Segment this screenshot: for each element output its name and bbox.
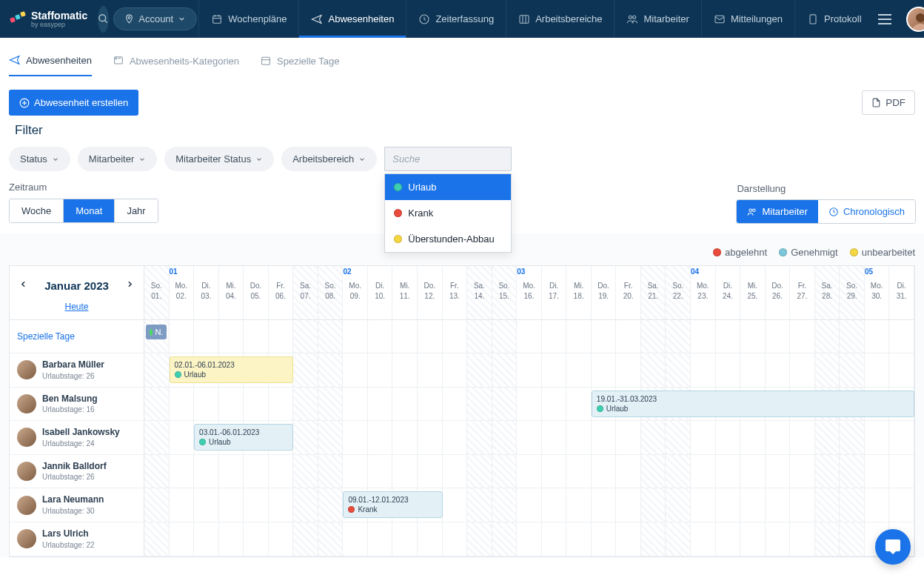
create-absence-button[interactable]: Abwesenheit erstellen <box>9 90 138 116</box>
grid-cell <box>418 455 443 488</box>
grid-cell <box>318 488 344 522</box>
nav-item-zeiterfassung[interactable]: Zeiterfassung <box>406 0 506 38</box>
employee-label[interactable]: Jannik BalldorfUrlaubstage: 26 <box>10 455 144 488</box>
day-header: Sa.21. <box>641 266 666 320</box>
grid-cell <box>790 455 815 488</box>
legend-unbearbeitet: unbearbeitet <box>850 247 915 258</box>
absence-pill[interactable]: 02.01.-06.01.2023Urlaub <box>170 356 294 383</box>
employee-label[interactable]: Isabell JankowskyUrlaubstage: 24 <box>10 421 144 454</box>
grid-cell <box>716 455 741 488</box>
period-seg-monat[interactable]: Monat <box>64 199 115 222</box>
pdf-export-button[interactable]: PDF <box>862 90 915 115</box>
filter-pill-mitarbeiter[interactable]: Mitarbeiter <box>78 147 157 171</box>
grid-cell <box>343 320 368 353</box>
user-avatar[interactable] <box>906 7 924 32</box>
day-header: So.15. <box>492 266 518 320</box>
absence-pill[interactable]: 09.01.-12.01.2023Krank <box>343 491 442 518</box>
filter-search-box[interactable] <box>384 147 512 171</box>
svg-point-31 <box>753 208 756 211</box>
grid-cell <box>492 421 518 454</box>
period-seg-jahr[interactable]: Jahr <box>115 199 157 222</box>
day-header: Do.12. <box>418 266 443 320</box>
grid-cell <box>666 488 691 522</box>
filter-pill-status[interactable]: Status <box>9 147 70 171</box>
nav-item-abwesenheiten[interactable]: Abwesenheiten <box>298 0 406 38</box>
grid-cell <box>318 455 344 488</box>
chevron-down-icon <box>52 156 59 163</box>
grid-cell <box>343 421 368 454</box>
grid-cell <box>343 353 368 387</box>
absence-range: 02.01.-06.01.2023 <box>175 360 289 370</box>
grid-cell <box>492 488 518 522</box>
next-month-button[interactable] <box>122 276 138 294</box>
svg-point-21 <box>912 24 924 32</box>
filter-pill-mitarbeiter-status[interactable]: Mitarbeiter Status <box>164 147 274 171</box>
menu-button[interactable] <box>874 10 896 29</box>
absence-tag: Urlaub <box>175 370 289 379</box>
subtab-icon <box>260 55 272 67</box>
grid-cell <box>542 522 567 556</box>
employee-row: Lara NeumannUrlaubstage: 3009.01.-12.01.… <box>10 488 914 522</box>
grid-cell <box>592 522 617 556</box>
employee-grid <box>144 522 914 556</box>
grid-cell <box>418 320 443 353</box>
svg-rect-11 <box>520 15 529 23</box>
grid-cell <box>392 388 418 421</box>
grid-cell <box>566 320 592 353</box>
display-seg-icon <box>747 207 757 217</box>
subtab-1[interactable]: Abwesenheits-Kategorien <box>113 54 239 76</box>
logo[interactable]: Staffomatic by easypep <box>9 10 95 28</box>
display-seg-mitarbeiter[interactable]: Mitarbeiter <box>737 200 817 223</box>
filter-pill-arbeitsbereich[interactable]: Arbeitsbereich <box>281 147 377 171</box>
grid-cell <box>716 488 741 522</box>
grid-cell <box>318 353 344 387</box>
absence-pill[interactable]: 03.01.-06.01.2023Urlaub <box>194 424 293 451</box>
grid-cell <box>542 455 567 488</box>
file-icon <box>871 98 881 107</box>
grid-cell <box>740 353 766 387</box>
subtab-2[interactable]: Spezielle Tage <box>260 54 339 76</box>
special-day-badge[interactable]: N. <box>146 325 167 339</box>
nav-item-mitarbeiter[interactable]: Mitarbeiter <box>614 0 700 38</box>
day-header: Fr.06. <box>269 266 294 320</box>
week-marker: 03 <box>517 268 525 276</box>
display-seg-chronologisch[interactable]: Chronologisch <box>818 200 915 223</box>
grid-cell <box>244 455 269 488</box>
grid-cell <box>592 488 617 522</box>
employee-label[interactable]: Lars UlrichUrlaubstage: 22 <box>10 522 144 556</box>
subtab-0[interactable]: Abwesenheiten <box>9 54 92 76</box>
grid-cell <box>418 353 443 387</box>
absence-pill[interactable]: 19.01.-31.03.2023Urlaub <box>592 391 914 417</box>
grid-cell <box>392 522 418 556</box>
nav-label: Zeiterfassung <box>435 13 494 24</box>
grid-cell <box>517 522 542 556</box>
grid-cell <box>716 421 741 454</box>
grid-cell <box>492 353 518 387</box>
grid-cell <box>144 488 170 522</box>
color-dot <box>394 235 402 243</box>
dropdown-item-krank[interactable]: Krank <box>385 200 511 226</box>
account-dropdown[interactable]: Account <box>113 7 197 30</box>
period-seg-woche[interactable]: Woche <box>10 199 64 222</box>
prev-month-button[interactable] <box>16 276 31 294</box>
nav-item-mitteilungen[interactable]: Mitteilungen <box>701 0 794 38</box>
legend-abgelehnt: abgelehnt <box>713 247 767 258</box>
grid-cell <box>144 421 170 454</box>
grid-cell <box>170 388 195 421</box>
grid-cell <box>392 421 418 454</box>
global-search-button[interactable] <box>98 6 109 33</box>
grid-cell <box>840 421 865 454</box>
nav-item-wochenpläne[interactable]: Wochenpläne <box>198 0 298 38</box>
dropdown-item-überstunden-abbau[interactable]: Überstunden-Abbau <box>385 226 511 252</box>
nav-item-protokoll[interactable]: Protokoll <box>794 0 874 38</box>
employee-label[interactable]: Barbara MüllerUrlaubstage: 26 <box>10 353 144 387</box>
employee-label[interactable]: Ben MalsungUrlaubstage: 16 <box>10 388 144 421</box>
filter-search-input[interactable] <box>392 153 518 165</box>
employee-label[interactable]: Lara NeumannUrlaubstage: 30 <box>10 488 144 522</box>
dropdown-item-urlaub[interactable]: Urlaub <box>385 174 511 200</box>
today-link[interactable]: Heute <box>64 302 88 312</box>
grid-cell <box>170 320 195 353</box>
grid-cell <box>443 455 468 488</box>
grid-cell <box>691 421 716 454</box>
nav-item-arbeitsbereiche[interactable]: Arbeitsbereiche <box>506 0 614 38</box>
